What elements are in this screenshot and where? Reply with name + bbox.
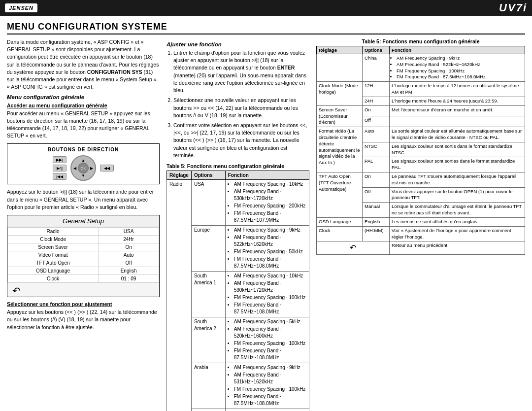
options-tft-on: On xyxy=(363,172,390,188)
reglage-osdlang: OSD Language xyxy=(317,217,363,226)
left-button-group: ▶▶| ▶/|| |◀◀ xyxy=(53,156,66,180)
ajuster-step-2: Sélectionnez une nouvelle valeur en appu… xyxy=(173,97,309,119)
reglage-clockmode: Clock Mode (Mode horloge) xyxy=(317,82,363,105)
header: JENSEN UV7i xyxy=(0,0,532,16)
right-row-clockmode-12h: Clock Mode (Mode horloge) 12H L'horloge … xyxy=(317,82,525,97)
fonction-clock: Voir « Ajustement de l'horloge » pour ap… xyxy=(390,226,525,241)
page-title: MENU CONFIGURATION SYSTEME xyxy=(7,22,525,34)
fonction-europe: AM Frequency Spacing · 9kHz AM Frequency… xyxy=(225,226,309,272)
btn-rewind: ◀◀ xyxy=(100,165,114,171)
options-southam1: South America 1 xyxy=(191,272,225,317)
middle-column: Ajuster une fonction Entrer le champ d'o… xyxy=(166,38,309,411)
options-auto: Auto xyxy=(363,127,390,142)
fonction-arabia: AM Frequency Spacing · 9kHz AM Frequency… xyxy=(225,363,309,409)
config-table-middle: Réglage Options Fonction Radio USA AM Fr… xyxy=(166,171,309,411)
setup-label-osdlang: OSD Language xyxy=(8,267,99,275)
direction-box-title: BOUTONS DE DIRECTION xyxy=(10,147,156,152)
right-table-title: Table 5: Fonctions menu configuration gé… xyxy=(316,38,525,44)
config-row-radio: Radio USA AM Frequency Spacing · 10kHz A… xyxy=(167,180,309,226)
bold-config-sys: CONFIGURATION SYS xyxy=(87,69,142,75)
reglage-blank-china xyxy=(317,54,363,82)
setup-value-videoformat: Auto xyxy=(99,251,159,259)
subsection-select: Sélectionner une fonction pour ajustemen… xyxy=(7,301,160,307)
main-layout: Dans la mode configuration système, « AS… xyxy=(7,38,525,411)
right-row-tft-on: TFT Auto Open (TFT Ouverture Automatique… xyxy=(317,172,525,188)
options-korea: Korea xyxy=(191,409,225,411)
back-arrow-setup: ↶ xyxy=(7,285,159,297)
options-on: On xyxy=(363,105,390,116)
general-setup-box: General Setup Radio USA Clock Mode 24Hr … xyxy=(7,215,160,297)
right-header-row: Réglage Options Fonction xyxy=(317,46,525,54)
right-header-options: Options xyxy=(363,46,390,54)
after-direction-paragraph: Appuyez sur le bouton >/|| (18) sur la t… xyxy=(7,188,160,211)
right-column: Table 5: Fonctions menu configuration gé… xyxy=(316,38,525,411)
reglage-backarrow: ↶ xyxy=(317,241,390,255)
setup-row-screensaver: Screen Saver On xyxy=(8,243,159,251)
direction-buttons-box: BOUTONS DE DIRECTION ▶▶| ▶/|| |◀◀ ▲ ▼ ◀ … xyxy=(7,143,160,184)
general-setup-title: General Setup xyxy=(7,215,159,227)
reglage-clock: Clock xyxy=(317,226,363,241)
ajuster-step-1: Entrer le champ d'option pour la fonctio… xyxy=(173,49,309,94)
right-row-china: China AM Frequency Spacing · 9kHz AM Fre… xyxy=(317,54,525,82)
reglage-formatvideo: Format vidéo (La circuiterie d'entrée dé… xyxy=(317,127,363,172)
intro-paragraph: Dans la mode configuration système, « AS… xyxy=(7,38,160,91)
btn-skip-forward: ▶▶| xyxy=(53,156,66,163)
setup-label-radio: Radio xyxy=(8,228,99,236)
right-row-backarrow: ↶ Retour au menu précédent xyxy=(317,241,525,255)
select-paragraph: Appuyez sur les boutons (<< ) (>> ) (22,… xyxy=(7,308,160,331)
right-header-fonction: Fonction xyxy=(390,46,525,54)
center-button: OK xyxy=(78,163,89,173)
setup-row-clock: Clock 01 : 09 xyxy=(8,275,159,283)
right-config-table: Réglage Options Fonction China AM Freque… xyxy=(316,46,525,255)
right-button-group: ◀◀ xyxy=(100,165,114,171)
reglage-tft: TFT Auto Open (TFT Ouverture Automatique… xyxy=(317,172,363,218)
setup-value-radio: USA xyxy=(99,228,159,236)
setup-value-screensaver: On xyxy=(99,243,159,251)
right-row-screensaver-on: Screen Saver (Économiseur d'écran) On Me… xyxy=(317,105,525,116)
fonction-tft-on: Le panneau TFT s'ouvre automatiquement l… xyxy=(390,172,525,188)
setup-label-tftauto: TFT Auto Open xyxy=(8,259,99,267)
fonction-tft-off: Vous devez appuyer sur le bouton OPEN (1… xyxy=(390,187,525,203)
reglage-screensaver: Screen Saver (Économiseur d'écran) xyxy=(317,105,363,127)
options-southam2: South America 2 xyxy=(191,317,225,363)
circular-directional-pad: ▲ ▼ ◀ ▶ OK xyxy=(70,155,96,181)
table-title-middle: Table 5: Fonctions menu configuration gé… xyxy=(166,163,309,169)
setup-value-osdlang: English xyxy=(99,267,159,275)
fonction-tft-manual: Lorsque le commutateur d'allumage est ét… xyxy=(390,203,525,218)
setup-row-clockmode: Clock Mode 24Hr xyxy=(8,236,159,243)
options-europe: Europe xyxy=(191,226,225,272)
setup-label-screensaver: Screen Saver xyxy=(8,243,99,251)
fonction-backarrow: Retour au menu précédent xyxy=(390,241,525,255)
options-english: English xyxy=(363,217,390,226)
fonction-screensaver-off xyxy=(390,116,525,127)
fonction-ntsc: Les signaux couleur sont sortis dans le … xyxy=(390,142,525,157)
fonction-korea: AM Frequency Spacing · 9kHz AM Frequency… xyxy=(225,409,309,411)
fonction-usa: AM Frequency Spacing · 10kHz AM Frequenc… xyxy=(225,180,309,226)
options-12h: 12H xyxy=(363,82,390,97)
fonction-pal: Les signaux couleur sont sorties dans le… xyxy=(390,157,525,172)
right-row-osdlang: OSD Language English Les menus ne sont a… xyxy=(317,217,525,226)
options-off-ss: Off xyxy=(363,116,390,127)
right-header-reglage: Réglage xyxy=(317,46,363,54)
options-tft-off: Off xyxy=(363,187,390,203)
setup-label-clockmode: Clock Mode xyxy=(8,236,99,243)
direction-buttons-group: ▶▶| ▶/|| |◀◀ ▲ ▼ ◀ ▶ OK ◀◀ xyxy=(10,155,156,181)
setup-value-clockmode: 24Hr xyxy=(99,236,159,243)
setup-value-clock: 01 : 09 xyxy=(99,275,159,283)
btn-play: ▶/|| xyxy=(53,165,66,171)
setup-row-tftauto: TFT Auto Open Off xyxy=(8,259,159,267)
options-ntsc: NTSC xyxy=(363,142,390,157)
left-column: Dans la mode configuration système, « AS… xyxy=(7,38,160,411)
fonction-southam2: AM Frequency Spacing · 5kHz AM Frequency… xyxy=(225,317,309,363)
header-options: Options xyxy=(191,171,225,180)
ajuster-step-3: Confirmez votre sélection en appuyant su… xyxy=(173,122,309,159)
fonction-24h: L'horloge montre l'heure à 24 heures jus… xyxy=(390,97,525,105)
subsection-access: Accéder au menu configuration générale xyxy=(7,103,160,108)
setup-row-videoformat: Video Format Auto xyxy=(8,251,159,259)
options-24h: 24H xyxy=(363,97,390,105)
ajuster-title: Ajuster une fonction xyxy=(166,41,309,47)
setup-row-osdlang: OSD Language English xyxy=(8,267,159,275)
options-arabia: Arabia xyxy=(191,363,225,409)
setup-row-radio: Radio USA xyxy=(8,228,159,236)
right-row-clock: Clock (HH:MM) Voir « Ajustement de l'hor… xyxy=(317,226,525,241)
